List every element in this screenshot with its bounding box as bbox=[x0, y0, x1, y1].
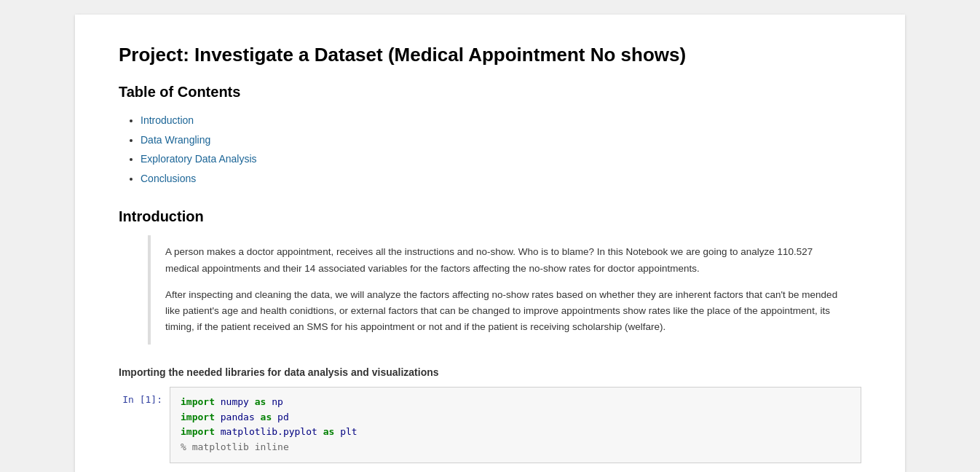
intro-section: Introduction A person makes a doctor app… bbox=[119, 208, 861, 344]
intro-paragraph: A person makes a doctor appointment, rec… bbox=[165, 244, 847, 277]
toc-section: Table of Contents IntroductionData Wrang… bbox=[119, 84, 861, 188]
in-label: In [1]: bbox=[119, 387, 170, 405]
libraries-label: Importing the needed libraries for data … bbox=[119, 366, 861, 378]
code-line: import pandas as pd bbox=[181, 410, 850, 425]
main-title: Project: Investigate a Dataset (Medical … bbox=[119, 44, 861, 66]
toc-link[interactable]: Introduction bbox=[141, 114, 194, 126]
code-line: % matplotlib inline bbox=[181, 440, 850, 455]
code-block[interactable]: import numpy as npimport pandas as pdimp… bbox=[170, 387, 861, 463]
libraries-section: Importing the needed libraries for data … bbox=[119, 366, 861, 463]
intro-heading: Introduction bbox=[119, 208, 861, 225]
notebook-container: Project: Investigate a Dataset (Medical … bbox=[75, 15, 905, 472]
toc-list: IntroductionData WranglingExploratory Da… bbox=[119, 111, 861, 188]
toc-heading: Table of Contents bbox=[119, 84, 861, 101]
code-line: import numpy as np bbox=[181, 395, 850, 410]
toc-link[interactable]: Conclusions bbox=[141, 173, 196, 184]
intro-paragraph: After inspecting and cleaning the data, … bbox=[165, 287, 847, 336]
code-cell: In [1]: import numpy as npimport pandas … bbox=[119, 387, 861, 463]
code-line: import matplotlib.pyplot as plt bbox=[181, 425, 850, 440]
toc-link[interactable]: Data Wrangling bbox=[141, 134, 210, 146]
toc-link[interactable]: Exploratory Data Analysis bbox=[141, 153, 257, 165]
intro-blockquote: A person makes a doctor appointment, rec… bbox=[148, 235, 861, 344]
